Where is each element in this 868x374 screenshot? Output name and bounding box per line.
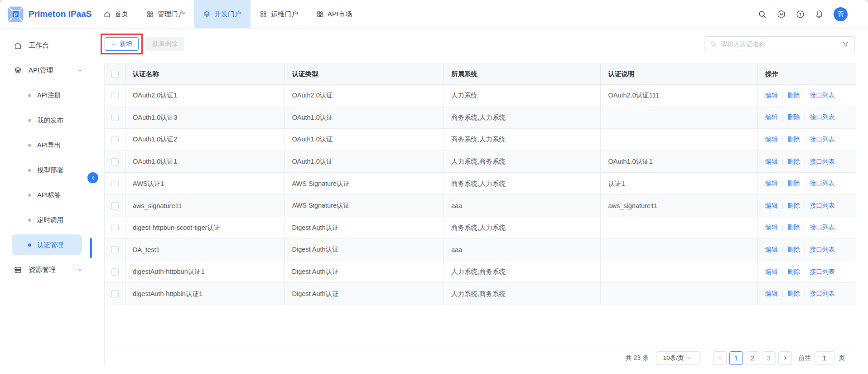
- delete-link[interactable]: 删除: [787, 290, 800, 298]
- cell-auth-desc: OAuth1.0认证1: [601, 151, 758, 173]
- delete-link[interactable]: 删除: [787, 180, 800, 188]
- top-nav-tab[interactable]: 运维门户: [251, 0, 307, 28]
- row-checkbox[interactable]: [111, 180, 119, 187]
- api-list-link[interactable]: 接口列表: [810, 268, 835, 276]
- api-list-link[interactable]: 接口列表: [810, 136, 835, 144]
- sidebar-subitem[interactable]: 认证管理: [12, 234, 82, 255]
- sidebar-item[interactable]: API管理: [0, 58, 93, 83]
- sidebar: 工作台 API管理 API注册 我的发布 API导出 模型部署 API标签: [0, 29, 93, 374]
- delete-link[interactable]: 删除: [787, 158, 800, 166]
- delete-link[interactable]: 删除: [787, 223, 800, 232]
- edit-link[interactable]: 编辑: [765, 180, 778, 188]
- sidebar-scrollbar-thumb[interactable]: [90, 238, 92, 258]
- row-checkbox[interactable]: [111, 246, 119, 253]
- sidebar-item-label: API管理: [29, 66, 53, 75]
- api-list-link[interactable]: 接口列表: [810, 92, 835, 100]
- sidebar-item[interactable]: 资源管理: [0, 257, 93, 282]
- sidebar-subitem[interactable]: API标签: [0, 183, 93, 208]
- delete-link[interactable]: 删除: [787, 113, 800, 121]
- delete-link[interactable]: 删除: [787, 268, 800, 276]
- cell-system: 人力系统,商务系统: [444, 261, 601, 283]
- sidebar-item-icon: [14, 266, 22, 274]
- search-icon[interactable]: [757, 10, 767, 19]
- page-size-select[interactable]: 10条/页: [656, 351, 699, 365]
- bell-icon[interactable]: [815, 10, 824, 19]
- sidebar-subitem[interactable]: 我的发布: [0, 108, 93, 133]
- sidebar-collapse-button[interactable]: [87, 172, 98, 183]
- delete-link[interactable]: 删除: [787, 136, 800, 144]
- plus-icon: [111, 41, 117, 47]
- sidebar-subitem[interactable]: API导出: [0, 133, 93, 158]
- edit-link[interactable]: 编辑: [765, 92, 778, 100]
- prev-page-button[interactable]: [713, 351, 727, 365]
- row-checkbox[interactable]: [111, 136, 119, 143]
- delete-link[interactable]: 删除: [787, 246, 800, 254]
- edit-link[interactable]: 编辑: [765, 246, 778, 254]
- edit-link[interactable]: 编辑: [765, 113, 778, 121]
- batch-delete-button[interactable]: 批量删除: [145, 37, 184, 51]
- cell-auth-name: OAuth2.0认证1: [125, 85, 285, 107]
- edit-link[interactable]: 编辑: [765, 136, 778, 144]
- page-number-button[interactable]: 3: [762, 351, 776, 365]
- api-list-link[interactable]: 接口列表: [810, 180, 835, 188]
- edit-link[interactable]: 编辑: [765, 223, 778, 232]
- select-all-checkbox[interactable]: [111, 71, 119, 78]
- delete-link[interactable]: 删除: [787, 202, 800, 210]
- api-list-link[interactable]: 接口列表: [810, 290, 835, 298]
- link-divider: [782, 136, 783, 142]
- link-divider: [782, 225, 783, 231]
- api-list-link[interactable]: 接口列表: [810, 223, 835, 232]
- top-nav-tab[interactable]: API市场: [307, 0, 361, 28]
- next-page-button[interactable]: [778, 351, 792, 365]
- edit-link[interactable]: 编辑: [765, 202, 778, 210]
- api-list-link[interactable]: 接口列表: [810, 113, 835, 121]
- row-checkbox[interactable]: [111, 290, 119, 297]
- row-checkbox[interactable]: [111, 202, 119, 209]
- ai-assistant-icon[interactable]: AI: [776, 10, 786, 19]
- goto-page-input[interactable]: [815, 351, 834, 365]
- bullet-icon: [28, 243, 31, 247]
- row-checkbox[interactable]: [111, 114, 119, 121]
- brand-name: Primeton iPaaS: [29, 9, 92, 19]
- api-list-link[interactable]: 接口列表: [810, 158, 835, 166]
- edit-link[interactable]: 编辑: [765, 268, 778, 276]
- cell-auth-type: AWS Signature认证: [285, 195, 444, 217]
- svg-text:?: ?: [799, 12, 801, 16]
- cell-system: 商务系统,人力系统: [444, 173, 601, 194]
- api-list-link[interactable]: 接口列表: [810, 246, 835, 254]
- link-divider: [805, 181, 805, 187]
- cell-auth-desc: [601, 217, 758, 239]
- top-header: P Primeton iPaaS 首页 管理门户 开发门户 运维门户 A: [0, 0, 868, 29]
- row-checkbox[interactable]: [111, 224, 119, 231]
- nav-tab-icon: [316, 10, 324, 18]
- sidebar-item[interactable]: 工作台: [0, 33, 93, 58]
- row-checkbox[interactable]: [111, 92, 119, 99]
- help-icon[interactable]: ?: [796, 10, 805, 19]
- user-avatar[interactable]: 管: [834, 7, 848, 21]
- cell-auth-desc: [601, 283, 758, 305]
- cell-auth-name: OAuth1.0认证2: [125, 129, 285, 151]
- page-number-button[interactable]: 1: [729, 351, 743, 365]
- edit-link[interactable]: 编辑: [765, 158, 778, 166]
- edit-link[interactable]: 编辑: [765, 290, 778, 298]
- api-list-link[interactable]: 接口列表: [810, 202, 835, 210]
- top-nav-tab[interactable]: 管理门户: [137, 0, 194, 28]
- top-nav-tab[interactable]: 首页: [94, 0, 137, 28]
- cell-actions: 编辑删除接口列表: [758, 173, 856, 194]
- top-nav-tab[interactable]: 开发门户: [194, 0, 251, 28]
- sidebar-subitem[interactable]: API注册: [0, 83, 93, 108]
- add-button[interactable]: 新增: [105, 37, 139, 51]
- filter-icon[interactable]: [842, 40, 849, 48]
- auth-name-search-input[interactable]: [721, 40, 838, 48]
- delete-link[interactable]: 删除: [787, 92, 800, 100]
- row-checkbox[interactable]: [111, 268, 119, 276]
- sidebar-subitem[interactable]: 模型部署: [0, 158, 93, 183]
- cell-system: 商务系统,人力系统: [444, 107, 601, 129]
- sidebar-subitem[interactable]: 定时调用: [0, 208, 93, 233]
- table-row: OAuth1.0认证3 OAuth1.0认证 商务系统,人力系统 编辑删除接口列…: [105, 107, 856, 129]
- cell-actions: 编辑删除接口列表: [758, 195, 856, 217]
- column-header-auth-desc: 认证说明: [601, 64, 758, 84]
- sidebar-subitem-label: API标签: [37, 191, 61, 199]
- row-checkbox[interactable]: [111, 158, 119, 165]
- page-number-button[interactable]: 2: [746, 351, 759, 365]
